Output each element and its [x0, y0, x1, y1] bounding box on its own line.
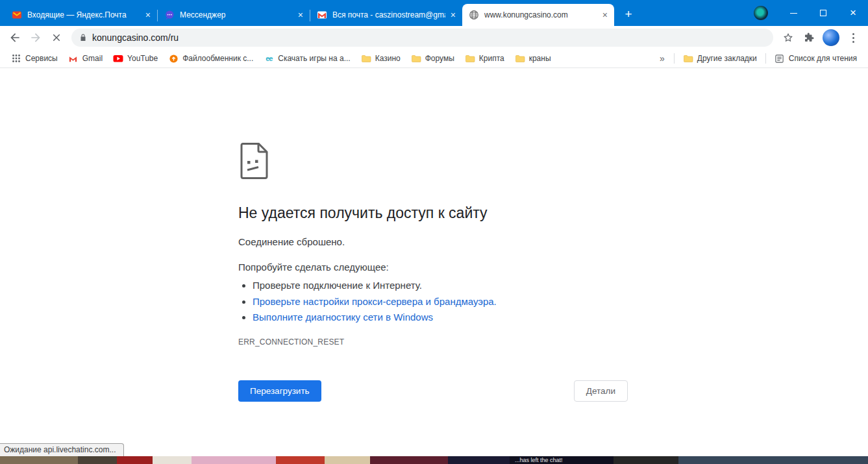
- new-tab-button[interactable]: +: [619, 5, 638, 23]
- suggestion-text: Проверьте подключение к Интернету.: [253, 280, 422, 291]
- error-buttons-row: Перезагрузить Детали: [238, 380, 628, 402]
- stop-icon: [51, 32, 62, 43]
- services-button[interactable]: Сервисы: [6, 51, 62, 66]
- bookmark-label: Форумы: [425, 54, 454, 63]
- background-window-strip: [448, 456, 510, 464]
- page-content: Не удается получить доступ к сайту Соеди…: [0, 68, 868, 456]
- background-window-strip: [78, 456, 117, 464]
- background-window-strip: [192, 456, 276, 464]
- bookmark-games[interactable]: ee Скачать игры на а...: [259, 51, 354, 66]
- tab-close-icon[interactable]: ×: [298, 10, 303, 19]
- titlebar: Входящие — Яндекс.Почта × Мессенджер ×: [0, 0, 868, 26]
- fileshare-icon: [168, 53, 179, 64]
- bookmark-gmail[interactable]: Gmail: [64, 51, 107, 66]
- folder-icon: [465, 53, 475, 64]
- profile-avatar[interactable]: [823, 29, 839, 46]
- tab-strip: Входящие — Яндекс.Почта × Мессенджер ×: [0, 0, 754, 26]
- background-window-strip: [325, 456, 370, 464]
- bookmarks-overflow-button[interactable]: »: [654, 53, 670, 64]
- puzzle-icon: [803, 32, 815, 43]
- network-diagnostics-link[interactable]: Выполните диагностику сети в Windows: [253, 311, 433, 323]
- background-window-strip: [614, 456, 678, 464]
- navigation-toolbar: konungcasino.com/ru: [0, 26, 868, 49]
- bookmark-label: краны: [529, 54, 551, 63]
- folder-icon: [515, 53, 525, 64]
- menu-button[interactable]: [843, 28, 863, 47]
- error-title: Не удается получить доступ к сайту: [238, 204, 628, 222]
- tab-gmail[interactable]: Вся почта - caszinostream@gma ×: [310, 4, 462, 26]
- bookmark-youtube[interactable]: YouTube: [108, 51, 162, 66]
- globe-icon: [469, 10, 479, 20]
- tab-yandex-mail[interactable]: Входящие — Яндекс.Почта ×: [5, 4, 157, 26]
- forward-button[interactable]: [26, 28, 45, 47]
- messenger-icon: [164, 10, 175, 20]
- bookmark-fileshare[interactable]: Файлообменник с...: [164, 51, 258, 66]
- forward-icon: [29, 31, 42, 44]
- proxy-settings-link[interactable]: Проверьте настройки прокси-сервера и бра…: [253, 296, 497, 307]
- bookmark-label: Список для чтения: [789, 54, 857, 63]
- background-window-strip: [370, 456, 448, 464]
- background-window-strip: [0, 456, 78, 464]
- desktop: Входящие — Яндекс.Почта × Мессенджер ×: [0, 0, 868, 464]
- bookmark-label: Скачать игры на а...: [278, 54, 350, 63]
- bookmark-label: Gmail: [82, 54, 103, 63]
- omnibox[interactable]: konungcasino.com/ru: [71, 29, 773, 47]
- browser-window: Входящие — Яндекс.Почта × Мессенджер ×: [0, 0, 868, 456]
- other-bookmarks-button[interactable]: Другие закладки: [678, 51, 762, 66]
- tab-close-icon[interactable]: ×: [451, 10, 456, 19]
- details-button[interactable]: Детали: [574, 380, 628, 402]
- background-window-strip: [678, 456, 868, 464]
- suggestion-item: Проверьте подключение к Интернету.: [253, 278, 628, 294]
- bookmark-folder-faucets[interactable]: краны: [510, 51, 556, 66]
- reading-list-button[interactable]: Список для чтения: [770, 51, 862, 66]
- media-controls-button[interactable]: [754, 6, 768, 20]
- lock-icon[interactable]: [79, 33, 87, 42]
- reload-button[interactable]: Перезагрузить: [238, 380, 321, 402]
- bookmark-folder-crypto[interactable]: Крипта: [460, 51, 509, 66]
- gmail-icon: [68, 53, 79, 64]
- maximize-button[interactable]: [808, 0, 838, 26]
- bookmarks-right-cluster: » Другие закладки Список для чтения: [654, 51, 862, 66]
- titlebar-controls: ×: [754, 0, 868, 26]
- tab-title: Вся почта - caszinostream@gma: [332, 10, 445, 19]
- maximize-icon: [820, 10, 826, 16]
- divider: [765, 53, 766, 64]
- minimize-button[interactable]: [778, 0, 808, 26]
- status-bubble: Ожидание api.livechatinc.com...: [0, 443, 124, 456]
- folder-icon: [361, 53, 371, 64]
- stop-button[interactable]: [47, 28, 66, 47]
- folder-icon: [411, 53, 421, 64]
- bookmark-label: Сервисы: [25, 54, 58, 63]
- tab-konungcasino[interactable]: www.konungcasino.com ×: [462, 4, 614, 26]
- bookmark-label: Крипта: [479, 54, 504, 63]
- tab-close-icon[interactable]: ×: [145, 10, 151, 19]
- divider: [674, 53, 675, 64]
- tab-close-icon[interactable]: ×: [602, 10, 608, 19]
- background-window-strip: [276, 456, 325, 464]
- url-text: konungcasino.com/ru: [92, 32, 179, 43]
- bookmark-folder-kazino[interactable]: Казино: [356, 51, 405, 66]
- tab-title: Входящие — Яндекс.Почта: [27, 10, 140, 19]
- extensions-button[interactable]: [799, 28, 819, 47]
- suggestions-header: Попробуйте сделать следующее:: [238, 262, 628, 273]
- suggestions-list: Проверьте подключение к Интернету. Прове…: [238, 278, 628, 326]
- star-icon: [782, 32, 794, 43]
- background-window-strip: [153, 456, 192, 464]
- folder-icon: [683, 53, 693, 64]
- tab-title: www.konungcasino.com: [484, 10, 597, 19]
- bookmark-folder-forums[interactable]: Форумы: [406, 51, 459, 66]
- background-window[interactable]: ...has left the chat!: [0, 456, 868, 464]
- yandex-mail-icon: [12, 10, 22, 20]
- suggestion-item: Выполните диагностику сети в Windows: [253, 310, 628, 326]
- error-message: Соединение сброшено.: [238, 236, 628, 247]
- reading-list-icon: [775, 53, 785, 64]
- tab-messenger[interactable]: Мессенджер ×: [158, 4, 310, 26]
- bookmark-star-button[interactable]: [778, 28, 798, 47]
- back-icon: [8, 31, 21, 44]
- ee-icon: ee: [264, 53, 274, 64]
- background-window-strip: [117, 456, 153, 464]
- youtube-icon: [113, 53, 123, 64]
- error-code: ERR_CONNECTION_RESET: [238, 337, 628, 347]
- close-button[interactable]: ×: [838, 0, 868, 26]
- back-button[interactable]: [5, 28, 25, 47]
